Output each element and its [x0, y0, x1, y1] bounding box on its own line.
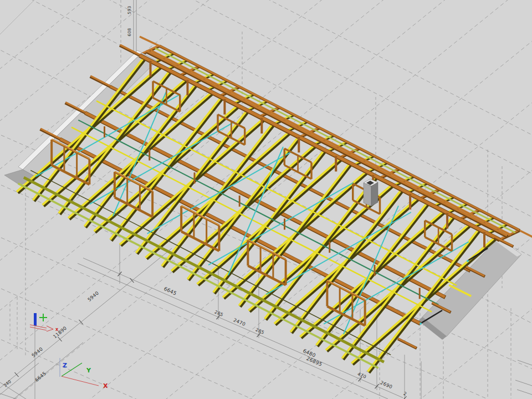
z-axis-label: Z [63, 362, 67, 369]
y-axis-label: Y [86, 367, 91, 374]
dimension-label: 340 [3, 379, 12, 388]
dimension-lines [0, 0, 532, 399]
dimension-label: 5940 [86, 290, 100, 303]
cad-3d-viewport[interactable]: 6645285247028564804702690226895664559401… [0, 0, 532, 399]
dimension-label: 608 [127, 28, 132, 36]
origin-x-label: x [55, 327, 59, 332]
world-origin-marker: x [30, 313, 59, 332]
dimension-label: 285 [255, 327, 265, 335]
ucs-axis-triad: ZYX [60, 358, 108, 390]
roof-structure-scene[interactable]: 6645285247028564804702690226895664559401… [0, 0, 532, 399]
dimension-label: 6645 [34, 371, 47, 383]
dimension-label: 2 [403, 391, 408, 397]
chimney [364, 179, 378, 206]
x-axis-label: X [103, 382, 108, 390]
dimension-label: 11890 [52, 325, 68, 340]
dimension-label: 6645 [163, 286, 177, 296]
dimension-label: 2470 [233, 317, 247, 327]
dimension-label: 593 [127, 6, 132, 14]
construction-grid [0, 0, 532, 399]
dimension-label: 5940 [30, 346, 44, 359]
